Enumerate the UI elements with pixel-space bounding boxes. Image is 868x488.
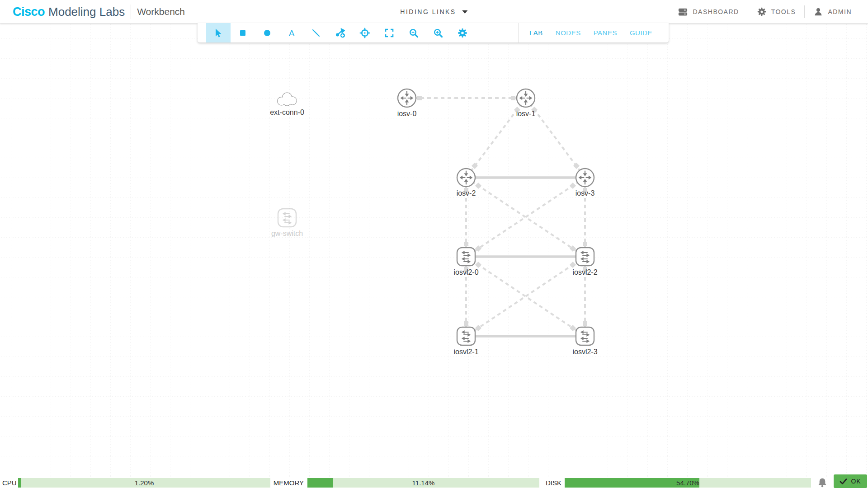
- node-iosv-1[interactable]: iosv-1: [499, 88, 553, 118]
- canvas-settings-tool-button[interactable]: [450, 23, 475, 42]
- letter-a-icon: A: [286, 28, 297, 38]
- circle-icon: [262, 28, 273, 38]
- disk-meter-value: 54.70%: [565, 478, 811, 488]
- cpu-meter: 1.20%: [18, 478, 270, 488]
- cpu-meter-value: 1.20%: [18, 478, 270, 488]
- nav-item-admin[interactable]: ADMIN: [813, 7, 852, 17]
- canvas-layer: [0, 0, 868, 488]
- links-visibility-label: HIDING LINKS: [400, 8, 456, 15]
- links-visibility-dropdown[interactable]: HIDING LINKS: [400, 0, 467, 23]
- node-iosv-2[interactable]: iosv-2: [439, 168, 493, 197]
- switch-icon: [575, 326, 595, 346]
- nav-label: DASHBOARD: [693, 8, 739, 15]
- disk-label: DISK: [544, 478, 561, 488]
- brand-divider: [131, 5, 131, 19]
- server-icon: [678, 7, 688, 17]
- nav-label: ADMIN: [828, 8, 852, 15]
- node-iosv-0[interactable]: iosv-0: [380, 88, 434, 118]
- node-label: iosv-1: [516, 110, 536, 118]
- node-iosvl2-3[interactable]: iosvl2-3: [558, 326, 612, 356]
- chevron-down-icon: [462, 10, 468, 14]
- cursor-icon: [213, 28, 224, 38]
- magnifier-minus-icon: [408, 28, 419, 38]
- tab-guide[interactable]: GUIDE: [623, 29, 659, 37]
- switch-icon: [277, 208, 297, 228]
- check-icon: [840, 478, 847, 485]
- switch-icon: [575, 247, 595, 267]
- tab-panes[interactable]: PANES: [587, 29, 623, 37]
- router-icon: [456, 168, 476, 188]
- target-icon: [359, 27, 371, 39]
- node-gw-switch[interactable]: gw-switch: [260, 208, 314, 238]
- nav-divider: [748, 5, 748, 18]
- memory-label: MEMORY: [271, 478, 304, 488]
- svg-text:A: A: [289, 28, 295, 38]
- topology-canvas[interactable]: ext-conn-0 iosv-0 iosv-1 iosv-2 iosv-3 g…: [0, 0, 868, 488]
- node-label: iosvl2-0: [453, 268, 478, 277]
- tab-nodes[interactable]: NODES: [549, 29, 587, 37]
- cloud-icon: [276, 91, 298, 107]
- panel-tabs: LAB NODES PANES GUIDE: [519, 23, 669, 42]
- node-iosvl2-2[interactable]: iosvl2-2: [558, 247, 612, 277]
- node-iosvl2-0[interactable]: iosvl2-0: [439, 247, 493, 277]
- nav-label: TOOLS: [771, 8, 796, 15]
- canvas-toolbar: A: [198, 23, 669, 42]
- ok-label: OK: [851, 478, 861, 485]
- node-label: ext-conn-0: [270, 108, 304, 117]
- node-label: iosvl2-2: [572, 268, 597, 277]
- node-label: gw-switch: [271, 230, 303, 238]
- user-icon: [813, 7, 823, 17]
- node-label: iosv-3: [576, 189, 595, 197]
- text-tool-button[interactable]: A: [279, 23, 304, 42]
- zoom-out-tool-button[interactable]: [401, 23, 426, 42]
- fit-screen-tool-button[interactable]: [377, 23, 401, 42]
- switch-icon: [456, 326, 476, 346]
- node-label: iosv-0: [397, 110, 417, 118]
- magnifier-plus-icon: [433, 28, 443, 38]
- router-icon: [397, 88, 417, 108]
- brand-logo: Cisco: [13, 5, 45, 19]
- node-iosv-3[interactable]: iosv-3: [558, 168, 612, 197]
- tab-lab[interactable]: LAB: [523, 29, 549, 37]
- notifications-bell-icon[interactable]: [816, 478, 828, 488]
- brand-product-name: Modeling Labs: [48, 5, 125, 19]
- router-icon: [575, 168, 595, 188]
- node-label: iosv-2: [457, 189, 476, 197]
- status-bar: CPU 1.20% MEMORY 11.14% DISK 54.70%: [0, 478, 868, 488]
- memory-meter-value: 11.14%: [307, 478, 539, 488]
- node-ext-conn-0[interactable]: ext-conn-0: [260, 91, 314, 117]
- square-icon: [237, 28, 248, 38]
- line-tool-button[interactable]: [304, 23, 328, 42]
- diagonal-line-icon: [311, 28, 321, 38]
- gear-icon: [757, 7, 767, 17]
- fullscreen-corners-icon: [384, 28, 395, 38]
- brand: Cisco Modeling Labs Workbench: [13, 0, 185, 23]
- workspace-title: Workbench: [137, 6, 185, 17]
- cpu-label: CPU: [2, 478, 17, 488]
- nav-divider: [804, 5, 805, 18]
- rectangle-tool-button[interactable]: [231, 23, 255, 42]
- disk-meter: 54.70%: [565, 478, 811, 488]
- node-iosvl2-1[interactable]: iosvl2-1: [439, 326, 493, 356]
- top-nav: DASHBOARD TOOLS ADMIN: [678, 0, 852, 23]
- memory-meter: 11.14%: [307, 478, 539, 488]
- graph-plus-icon: [335, 27, 346, 39]
- node-label: iosvl2-3: [572, 348, 597, 356]
- nav-item-tools[interactable]: TOOLS: [757, 7, 796, 17]
- center-view-tool-button[interactable]: [353, 23, 377, 42]
- router-icon: [516, 88, 536, 108]
- app-header: Cisco Modeling Labs Workbench HIDING LIN…: [0, 0, 868, 23]
- add-node-link-tool-button[interactable]: [328, 23, 353, 42]
- grid-background: [0, 0, 868, 488]
- nav-item-dashboard[interactable]: DASHBOARD: [678, 7, 739, 17]
- ellipse-tool-button[interactable]: [255, 23, 279, 42]
- switch-icon: [456, 247, 476, 267]
- gear-icon: [457, 28, 468, 38]
- zoom-in-tool-button[interactable]: [426, 23, 450, 42]
- node-label: iosvl2-1: [453, 348, 478, 356]
- select-tool-button[interactable]: [206, 23, 231, 42]
- system-health-ok-button[interactable]: OK: [834, 474, 867, 488]
